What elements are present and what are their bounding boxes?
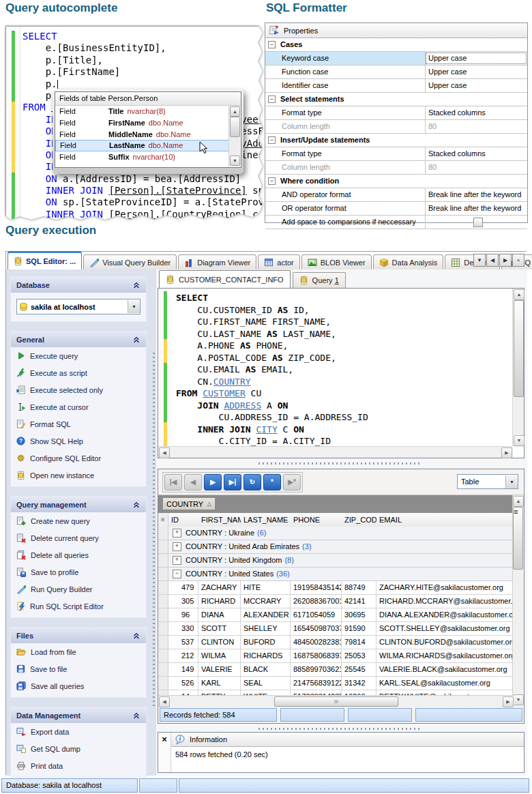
column-header-email[interactable]: EMAIL [376, 513, 514, 527]
formatter-group-row[interactable]: −Where condition [265, 175, 527, 188]
scrollbar-thumb[interactable] [514, 300, 524, 397]
sidebar-item-export-data[interactable]: Export data [11, 723, 146, 740]
property-value[interactable]: Break line after the keyword [425, 202, 527, 215]
table-row[interactable]: 330SCOTTSHELLEY16545098703791590SCOTT.SH… [158, 622, 514, 636]
chevron-down-icon[interactable]: ▼ [505, 475, 518, 488]
sidebar-item-configure-sql-editor[interactable]: Configure SQL Editor [11, 450, 146, 467]
chevron-down-icon[interactable]: ▼ [128, 300, 140, 313]
scrollbar-thumb[interactable]: III [274, 696, 398, 707]
tab-actor[interactable]: actor [258, 254, 299, 269]
scroll-tabs-left-button[interactable]: ◀ [486, 254, 499, 267]
formatter-row[interactable]: Add space to comparsions if neccessary [265, 216, 527, 229]
close-tab-button[interactable]: × [512, 254, 524, 267]
sidebar-splitter[interactable] [151, 269, 156, 776]
row-selector[interactable] [158, 677, 168, 690]
scroll-down-button[interactable]: ▼ [513, 694, 524, 705]
column-header-last_name[interactable]: LAST_NAME [241, 513, 291, 527]
collapse-icon[interactable]: − [173, 570, 181, 578]
scroll-down-button[interactable]: ▼ [514, 435, 524, 446]
tab-sql-editor-[interactable]: SQL Editor: ... [8, 251, 82, 269]
next-record-button[interactable]: ▶ [204, 474, 222, 490]
property-value[interactable]: Break line after the keyword [425, 188, 527, 201]
formatter-row[interactable]: AND operator formatBreak line after the … [265, 188, 527, 202]
sidebar-group-header[interactable]: Query management [11, 497, 146, 512]
sidebar-item-format-sql[interactable]: Format SQL [11, 415, 146, 432]
row-selector[interactable] [158, 622, 168, 635]
checkbox[interactable] [473, 218, 483, 227]
tab-list-dropdown-button[interactable]: ▼ [473, 254, 486, 267]
scroll-tabs-right-button[interactable]: ▶ [499, 254, 512, 267]
editor-hscrollbar[interactable]: ◀ ▶ [158, 446, 513, 458]
scroll-up-button[interactable]: ▲ [514, 289, 524, 300]
column-header-id[interactable]: ID [168, 513, 198, 527]
sidebar-item-execute-at-cursor[interactable]: Execute at cursor [11, 398, 146, 415]
grid-vscrollbar[interactable]: ▲ ≡ ▼ [512, 495, 524, 706]
row-selector[interactable] [158, 608, 168, 621]
row-selector[interactable] [158, 649, 168, 662]
sidebar-item-run-sql-script-editor[interactable]: Run SQL Script Editor [11, 598, 146, 615]
sidebar-item-show-sql-help[interactable]: ?Show SQL Help [11, 432, 146, 450]
scroll-right-button[interactable]: ▶ [503, 696, 514, 707]
table-row[interactable]: 479ZACHARYHITE19195843514288749ZACHARY.H… [158, 581, 514, 595]
tab-data-analysis[interactable]: Data Analysis [373, 254, 444, 269]
expand-icon[interactable]: + [173, 529, 181, 538]
sidebar-group-header[interactable]: Data Management [11, 707, 146, 723]
row-selector[interactable] [158, 636, 168, 649]
expand-icon[interactable]: + [173, 556, 181, 565]
property-value[interactable] [425, 216, 527, 229]
collapse-icon[interactable]: − [268, 177, 276, 185]
fetch-all-button[interactable]: * [263, 474, 281, 490]
prior-record-button[interactable]: ◀ [184, 474, 202, 490]
results-info-splitter[interactable] [156, 725, 527, 732]
formatter-row[interactable]: Format typeStacked columns [265, 147, 527, 161]
view-mode-select[interactable]: Table ▼ [457, 474, 518, 489]
group-by-column-chip[interactable]: COUNTRY △ [162, 497, 216, 510]
column-header-first_name[interactable]: FIRST_NAME [198, 513, 241, 527]
collapse-icon[interactable]: − [268, 41, 276, 48]
sidebar-group-header[interactable]: Database [11, 277, 146, 293]
row-selector[interactable] [158, 663, 168, 676]
sidebar-group-header[interactable]: Files [11, 628, 146, 643]
sidebar-group-header[interactable]: General [11, 332, 146, 347]
sql-text-editor[interactable]: SELECT e.[BusinessEntityID], p.[Title], … [5, 26, 265, 222]
sidebar-item-save-to-file[interactable]: Save to file [11, 660, 146, 677]
sidebar-item-execute-query[interactable]: Execute query [11, 347, 146, 364]
formatter-group-row[interactable]: −Insert/Update statements [265, 134, 527, 147]
property-value[interactable]: Stacked columns [425, 147, 527, 160]
sidebar-item-delete-all-queries[interactable]: Delete all queries [11, 546, 146, 563]
sidebar-item-create-new-query[interactable]: Create new query [11, 512, 146, 529]
row-selector[interactable] [158, 527, 168, 540]
tab-visual-query-builder[interactable]: Visual Query Builder [83, 254, 177, 269]
scrollbar-thumb[interactable]: ≡ [513, 507, 523, 570]
editor-results-splitter[interactable] [156, 460, 527, 467]
group-row[interactable]: +COUNTRY : Ukraine (6) [158, 527, 514, 540]
sidebar-item-delete-current-query[interactable]: Delete current query [11, 529, 146, 546]
sidebar-item-get-sql-dump[interactable]: Get SQL dump [11, 740, 146, 757]
formatter-row[interactable]: Format typeStacked columns [265, 106, 527, 120]
sql-code[interactable]: SELECT CU.CUSTOMER_ID AS ID, CU.FIRST_NA… [176, 292, 368, 447]
table-row[interactable]: 305RICHARDMCCRARY26208836700142141RICHAR… [158, 595, 514, 608]
close-info-button[interactable]: × [158, 733, 171, 772]
query-tab[interactable]: Query 1 [293, 272, 346, 288]
formatter-row[interactable]: Column length80 [265, 161, 527, 175]
row-selector[interactable] [158, 581, 168, 594]
property-value[interactable]: Stacked columns [425, 106, 527, 119]
table-row[interactable]: 212WILMARICHARDS16875806839725053WILMA.R… [158, 649, 514, 663]
column-header-phone[interactable]: PHONE [291, 513, 342, 527]
autocomplete-item[interactable]: FieldFirstNamedbo.Name [55, 117, 229, 129]
expand-icon[interactable]: + [173, 542, 181, 551]
row-selector[interactable] [158, 554, 168, 567]
go-to-last-fetch-button[interactable]: ▶* [283, 474, 301, 490]
sidebar-item-print-data[interactable]: Print data [11, 757, 146, 774]
formatter-row[interactable]: Column length80 [265, 120, 527, 134]
tab-blob-viewer[interactable]: BLOB Viewer [301, 254, 372, 269]
popup-scrollbar[interactable]: ▲ ▼ [228, 106, 240, 166]
first-record-button[interactable]: |◀ [164, 474, 182, 490]
scroll-down-button[interactable]: ▼ [230, 156, 240, 166]
tab-diagram-viewer[interactable]: Diagram Viewer [178, 254, 256, 269]
property-value[interactable]: 80 [425, 120, 527, 133]
row-selector[interactable] [158, 568, 168, 580]
scroll-right-button[interactable]: ▶ [501, 447, 512, 458]
formatter-row[interactable]: Function caseUpper case [265, 65, 527, 79]
sidebar-item-run-query-builder[interactable]: Run Query Builder [11, 580, 146, 598]
